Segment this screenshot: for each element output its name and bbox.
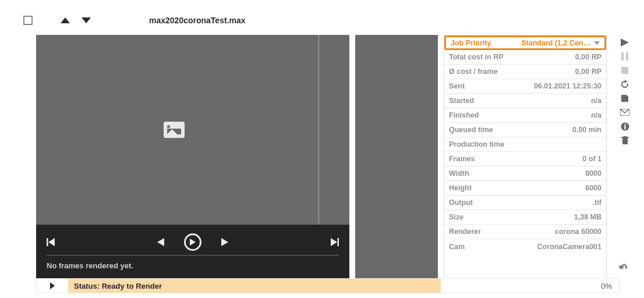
svg-marker-6	[221, 238, 228, 246]
cam-row: Cam CoronaCamera001	[444, 239, 606, 254]
total-cost-value: 0,00 RP	[575, 53, 601, 61]
frames-label: Frames	[449, 155, 475, 163]
started-row: Started n/a	[444, 94, 606, 108]
svg-marker-3	[48, 238, 55, 246]
playback-controls: No frames rendered yet.	[36, 225, 349, 280]
cam-label: Cam	[449, 243, 465, 251]
svg-marker-1	[82, 17, 91, 23]
preview-column: No frames rendered yet.	[36, 35, 349, 280]
svg-marker-22	[50, 282, 55, 289]
svg-marker-9	[594, 41, 600, 45]
renderer-value: corona 60000	[555, 228, 601, 236]
status-progress: 0%	[441, 279, 619, 293]
svg-marker-0	[61, 17, 70, 23]
sent-value: 06.01.2021 12:25:30	[534, 82, 601, 90]
total-cost-label: Total cost in RP	[449, 53, 504, 61]
queued-row: Queued time 0,00 min	[444, 123, 606, 137]
image-placeholder-icon	[164, 122, 185, 138]
size-row: Size 1,38 MB	[444, 210, 606, 225]
svg-rect-11	[621, 52, 624, 61]
select-checkbox[interactable]	[23, 16, 33, 25]
frames-value: 0 of 1	[582, 155, 601, 163]
output-row: Output .tif	[444, 196, 606, 210]
renderer-label: Renderer	[449, 228, 481, 236]
finished-value: n/a	[591, 111, 601, 119]
play-button[interactable]	[184, 233, 201, 251]
size-value: 1,38 MB	[574, 213, 601, 221]
main-content: No frames rendered yet. Job Priority Sta…	[36, 35, 632, 280]
status-text: Status: Ready to Render	[68, 279, 441, 293]
size-label: Size	[449, 213, 463, 221]
cam-value: CoronaCamera001	[537, 243, 601, 251]
svg-rect-8	[338, 238, 339, 246]
height-label: Height	[449, 184, 472, 192]
output-label: Output	[449, 198, 473, 207]
height-value: 6000	[585, 184, 601, 192]
action-sidebar	[618, 37, 631, 146]
prev-frame-icon[interactable]	[157, 238, 164, 246]
chevron-down-icon	[594, 41, 600, 45]
queued-label: Queued time	[449, 126, 493, 134]
svg-rect-20	[624, 136, 627, 137]
production-label: Production time	[449, 140, 504, 148]
width-value: 8000	[585, 169, 601, 178]
expand-status-button[interactable]	[37, 279, 68, 293]
refresh-icon[interactable]	[619, 79, 631, 90]
production-row: Production time	[444, 137, 606, 152]
frames-row: Frames 0 of 1	[444, 152, 606, 166]
info-icon[interactable]	[619, 121, 631, 132]
svg-rect-18	[622, 138, 628, 144]
trash-icon[interactable]	[619, 135, 631, 146]
priority-label: Job Priority	[451, 39, 491, 47]
renderer-row: Renderer corona 60000	[444, 225, 606, 239]
stop-icon[interactable]	[619, 65, 631, 76]
pause-icon[interactable]	[619, 51, 631, 62]
skip-start-icon[interactable]	[47, 238, 55, 246]
finished-row: Finished n/a	[444, 108, 606, 123]
svg-marker-4	[157, 238, 164, 246]
next-frame-icon[interactable]	[221, 238, 228, 246]
svg-marker-5	[190, 239, 196, 246]
preview-status-text: No frames rendered yet.	[47, 261, 339, 270]
svg-rect-16	[624, 126, 625, 129]
svg-rect-13	[621, 67, 628, 74]
thumbnail-panel[interactable]	[355, 35, 438, 280]
mail-icon[interactable]	[619, 107, 631, 118]
output-value: .tif	[593, 198, 601, 207]
move-up-button[interactable]	[61, 17, 70, 23]
priority-value: Standard (1,2 Cen…	[521, 39, 590, 47]
cloud-download-icon[interactable]	[618, 262, 629, 272]
svg-point-17	[624, 123, 626, 125]
queued-value: 0,00 min	[572, 126, 601, 134]
save-icon[interactable]	[619, 93, 631, 104]
move-down-button[interactable]	[82, 17, 91, 23]
avg-cost-value: 0,00 RP	[575, 68, 601, 76]
priority-dropdown[interactable]: Job Priority Standard (1,2 Cen…	[444, 36, 606, 50]
start-icon[interactable]	[619, 37, 631, 48]
status-bar: Status: Ready to Render 0%	[36, 278, 620, 293]
file-title: max2020coronaTest.max	[149, 16, 246, 25]
sent-row: Sent 06.01.2021 12:25:30	[444, 79, 606, 94]
playback-divider	[47, 255, 339, 256]
properties-panel: Job Priority Standard (1,2 Cen… Total co…	[444, 35, 607, 280]
sent-label: Sent	[449, 82, 465, 90]
started-value: n/a	[591, 97, 601, 105]
job-header: max2020coronaTest.max	[23, 12, 632, 29]
avg-cost-row: Ø cost / frame 0,00 RP	[444, 65, 606, 79]
width-label: Width	[449, 169, 469, 178]
svg-rect-12	[626, 52, 628, 61]
preview-divider	[319, 35, 319, 225]
width-row: Width 8000	[444, 166, 606, 181]
total-cost-row: Total cost in RP 0,00 RP	[444, 50, 606, 65]
svg-marker-7	[331, 238, 337, 246]
finished-label: Finished	[449, 111, 479, 119]
svg-rect-2	[47, 238, 48, 246]
preview-canvas[interactable]	[36, 35, 349, 225]
skip-end-icon[interactable]	[331, 238, 339, 246]
started-label: Started	[449, 97, 474, 105]
avg-cost-label: Ø cost / frame	[449, 68, 497, 76]
svg-marker-10	[621, 38, 629, 47]
height-row: Height 6000	[444, 181, 606, 196]
